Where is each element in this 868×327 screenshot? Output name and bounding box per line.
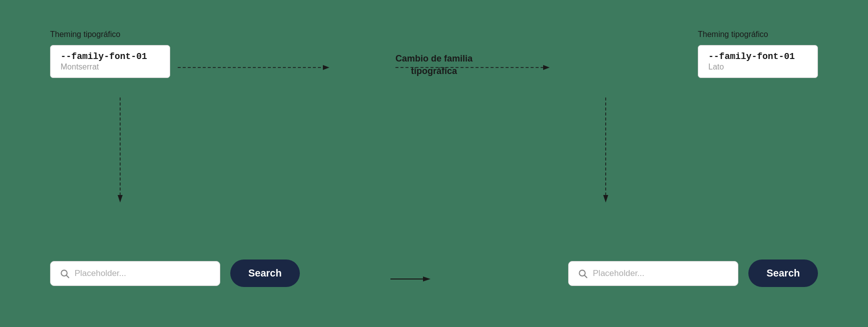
left-search-placeholder: Placeholder... bbox=[75, 268, 126, 278]
svg-marker-9 bbox=[423, 276, 430, 282]
left-search-input-wrapper[interactable]: Placeholder... bbox=[50, 261, 220, 286]
right-theming-label: Theming tipográfico bbox=[698, 30, 768, 39]
svg-marker-7 bbox=[603, 195, 608, 202]
right-search-placeholder: Placeholder... bbox=[593, 268, 644, 278]
svg-line-11 bbox=[67, 275, 69, 278]
svg-line-13 bbox=[585, 275, 587, 278]
diagram-container: Theming tipográfico --family-font-01 Mon… bbox=[0, 0, 868, 327]
left-theming-label: Theming tipográfico bbox=[50, 30, 121, 39]
left-token-box: --family-font-01 Montserrat bbox=[50, 45, 170, 78]
right-search-button[interactable]: Search bbox=[748, 260, 818, 287]
svg-marker-3 bbox=[543, 65, 550, 70]
right-section: Theming tipográfico --family-font-01 Lat… bbox=[698, 30, 818, 78]
right-token-box: --family-font-01 Lato bbox=[698, 45, 818, 78]
left-token-name: --family-font-01 bbox=[61, 52, 160, 62]
search-row-left: Placeholder... Search bbox=[50, 260, 300, 287]
left-token-value: Montserrat bbox=[61, 62, 160, 72]
middle-section: Cambio de familia tipográfica bbox=[395, 52, 473, 78]
svg-marker-5 bbox=[118, 195, 123, 202]
cambio-label: Cambio de familia tipográfica bbox=[395, 52, 473, 78]
left-search-icon bbox=[60, 268, 70, 278]
right-search-icon bbox=[578, 268, 588, 278]
search-row-right: Placeholder... Search bbox=[568, 260, 818, 287]
right-token-value: Lato bbox=[708, 62, 807, 72]
left-section: Theming tipográfico --family-font-01 Mon… bbox=[50, 30, 170, 78]
svg-marker-1 bbox=[323, 65, 329, 70]
left-search-button[interactable]: Search bbox=[230, 260, 300, 287]
right-search-input-wrapper[interactable]: Placeholder... bbox=[568, 261, 738, 286]
right-token-name: --family-font-01 bbox=[708, 52, 807, 62]
